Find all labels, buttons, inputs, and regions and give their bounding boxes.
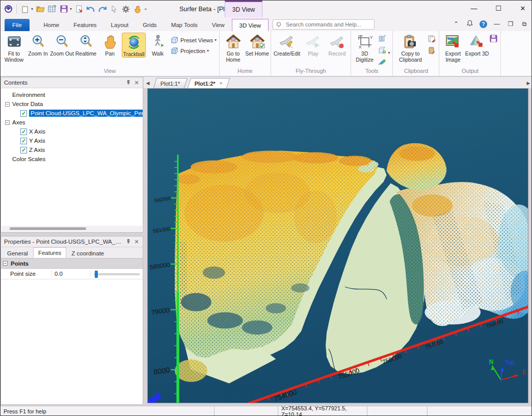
export-page-icon[interactable] [74, 5, 84, 14]
preset-views-button[interactable]: Preset Views ▾ [171, 37, 217, 43]
tree-item-z-axis[interactable]: ✓ Z Axis [1, 145, 143, 154]
flashlight-icon[interactable] [378, 58, 390, 67]
tab-grids[interactable]: Grids [136, 19, 164, 31]
tree-item-color-scales[interactable]: Color Scales [1, 154, 143, 164]
ribbon-group-clipboard: Copy to Clipboard Clipboard [393, 31, 439, 76]
app-logo-icon[interactable] [4, 5, 13, 14]
tab-features[interactable]: Features [66, 19, 103, 31]
ribbon-group-output: Export Image Export 3D Output [439, 31, 501, 76]
tree-item-environment[interactable]: Environment [1, 90, 143, 99]
slider-handle[interactable] [95, 271, 98, 278]
copy-page-icon[interactable] [427, 35, 436, 44]
tab-view[interactable]: View [205, 19, 232, 31]
qat-overflow-icon[interactable]: ⸱▾ [144, 7, 147, 12]
checkbox-checked-icon[interactable]: ✓ [20, 110, 27, 117]
points-group-header[interactable]: − Points [1, 258, 143, 269]
checkbox-checked-icon[interactable]: ✓ [20, 147, 27, 153]
open-folder-icon[interactable] [36, 5, 45, 14]
plot-3d-canvas[interactable]: 754000 755000 756000 757000 758000 58200… [147, 88, 528, 403]
pin-icon[interactable] [124, 239, 132, 245]
doc-tab-plot1-1[interactable]: Plot1:1* [153, 78, 188, 88]
checkbox-checked-icon[interactable]: ✓ [20, 128, 27, 135]
collapse-ribbon-icon[interactable]: ⌃ [452, 20, 460, 28]
export-image-icon [445, 34, 461, 50]
minimize-button[interactable]: — [467, 3, 481, 14]
tab-scroll-right-icon[interactable]: ▶ [524, 79, 532, 87]
set-home-button[interactable]: Set Home [245, 33, 269, 57]
projection-cube-icon [171, 47, 178, 54]
select-cursor-icon[interactable] [110, 5, 119, 14]
collapse-expander-icon[interactable]: − [5, 120, 10, 125]
point-size-slider[interactable] [91, 269, 143, 279]
digitize-3d-button[interactable]: YX 3D Digitize [353, 33, 377, 63]
doc-tab-plot1-2[interactable]: Plot1:2*× [187, 78, 229, 88]
tab-general[interactable]: General [2, 248, 33, 258]
redo-icon[interactable] [98, 5, 107, 14]
contents-hscrollbar[interactable] [2, 226, 142, 231]
paste-small-icon[interactable] [427, 46, 436, 56]
point-size-value[interactable]: 0.0 [52, 271, 91, 277]
tree-item-x-axis[interactable]: ✓ X Axis [1, 127, 143, 136]
undo-icon[interactable] [86, 5, 95, 14]
child-restore-icon[interactable]: ❐ [507, 20, 515, 28]
copy-to-clipboard-button[interactable]: Copy to Clipboard [394, 33, 426, 63]
collapse-expander-icon[interactable]: − [3, 261, 8, 266]
tree-item-axes[interactable]: − Axes [1, 118, 143, 127]
search-input[interactable] [285, 21, 366, 28]
slider-track[interactable] [94, 273, 140, 275]
contextual-tab-header[interactable]: 3D View [225, 1, 262, 17]
pan-button[interactable]: Pan [98, 33, 122, 57]
reshape-grid-icon[interactable] [378, 35, 390, 44]
add-object-icon[interactable]: ▾ [378, 46, 390, 56]
collapse-expander-icon[interactable]: − [5, 102, 10, 107]
tab-z-coordinate[interactable]: Z coordinate [66, 248, 109, 258]
maximize-button[interactable]: ☐ [492, 3, 505, 14]
ribbon-group-fly-through: Create/Edit Play Record Fly-Through [271, 31, 351, 76]
tab-features[interactable]: Features [33, 247, 66, 258]
child-minimize-icon[interactable]: — [493, 20, 501, 28]
new-document-icon[interactable] [20, 5, 30, 14]
options-gear-icon[interactable] [121, 5, 130, 14]
export-image-button[interactable]: Export Image [441, 33, 465, 63]
walk-button[interactable]: Walk [146, 33, 170, 57]
record-button: Record [325, 33, 349, 57]
tab-3d-view[interactable]: 3D View [232, 19, 269, 31]
realtime-zoom-button[interactable]: Realtime [74, 33, 98, 57]
export-3d-button[interactable]: Export 3D [465, 33, 489, 57]
fit-to-window-button[interactable]: Fit to Window [2, 33, 26, 63]
worksheet-icon[interactable] [47, 5, 57, 14]
pan-hand-icon[interactable] [133, 5, 142, 14]
tree-item-point-cloud[interactable]: ✓ Point Cloud-USGS_LPC_WA_Olympic_Pen [1, 109, 143, 118]
create-edit-button[interactable]: Create/Edit [273, 33, 301, 57]
projection-button[interactable]: Projection ▾ [171, 47, 217, 54]
save-icon[interactable] [59, 5, 68, 14]
point-size-label: Point size [1, 271, 52, 277]
go-to-home-icon [225, 34, 242, 50]
command-search[interactable] [273, 19, 375, 30]
properties-close-icon[interactable]: ✕ [132, 239, 141, 245]
tree-item-y-axis[interactable]: ✓ Y Axis [1, 136, 143, 145]
zoom-in-button[interactable]: Zoom In [26, 33, 50, 57]
tree-item-vector-data[interactable]: − Vector Data [1, 99, 143, 109]
trackball-button[interactable]: Trackball [122, 33, 146, 58]
tab-home[interactable]: Home [37, 19, 67, 31]
tab-layout[interactable]: Layout [104, 19, 136, 31]
go-to-home-button[interactable]: Go to Home [221, 33, 245, 63]
tab-scroll-left-icon[interactable]: ◀ [144, 79, 152, 87]
copy-to-clipboard-icon [402, 34, 418, 50]
child-close-icon[interactable]: ⧉ [520, 20, 528, 28]
help-icon[interactable]: ? [480, 20, 487, 28]
notifications-bell-icon[interactable] [466, 20, 474, 28]
close-button[interactable]: ✕ [516, 3, 529, 14]
new-dropdown-icon[interactable]: ▾ [31, 7, 33, 11]
zoom-out-button[interactable]: Zoom Out [50, 33, 74, 57]
contents-close-icon[interactable]: ✕ [132, 80, 141, 86]
checkbox-checked-icon[interactable]: ✓ [20, 138, 27, 144]
save-output-icon[interactable] [490, 35, 498, 44]
save-dropdown-icon[interactable]: ▾ [70, 7, 72, 11]
pin-icon[interactable] [124, 80, 132, 86]
tab-close-icon[interactable]: × [219, 81, 222, 86]
tab-file[interactable]: File [5, 19, 30, 31]
digitize-3d-icon: YX [357, 34, 373, 50]
tab-map-tools[interactable]: Map Tools [164, 19, 205, 31]
